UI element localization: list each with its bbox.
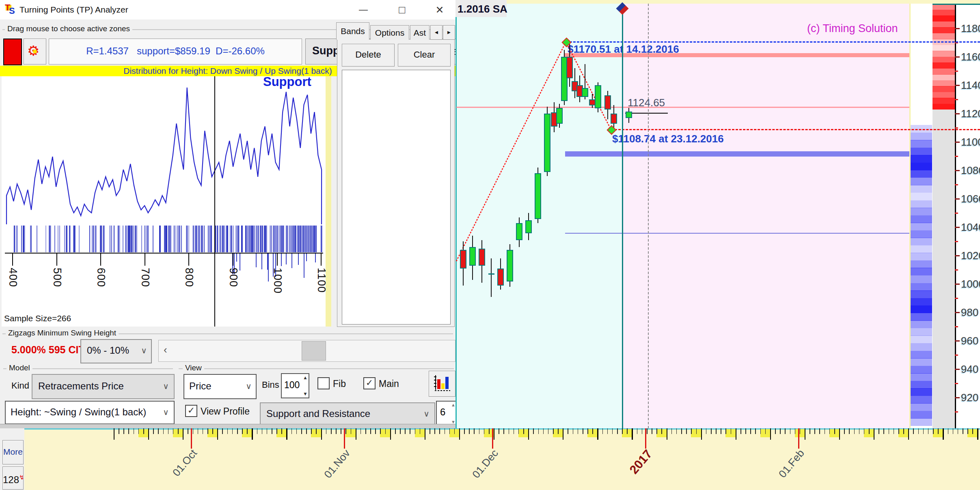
week-tick: [528, 428, 529, 440]
tab-scroll-right-icon[interactable]: ►: [443, 25, 455, 40]
histogram-style-button[interactable]: [429, 371, 455, 397]
day-tick: [207, 428, 208, 434]
day-tick: [316, 428, 317, 434]
day-tick: [267, 428, 268, 434]
cit-line: [75, 226, 76, 252]
bars-count-value: 128: [3, 474, 19, 485]
view-profile-checkbox[interactable]: ✓: [185, 405, 197, 417]
cit-line: [114, 226, 114, 252]
candle-body[interactable]: [525, 220, 532, 233]
price-chart-panel[interactable]: 1180116011401120110010801060104010201000…: [455, 0, 980, 428]
candle-body[interactable]: [479, 249, 485, 266]
candle-body[interactable]: [544, 114, 550, 172]
cit-line: [227, 226, 228, 252]
swing-range-dropdown[interactable]: 0% - 10% ∨: [80, 339, 152, 363]
gear-button[interactable]: ⚙: [24, 39, 46, 64]
view-mode-dropdown[interactable]: Price ∨: [183, 374, 257, 399]
fib-checkbox[interactable]: [317, 377, 330, 389]
day-tick: [923, 428, 924, 434]
spinner-up-icon[interactable]: ▲: [303, 375, 308, 380]
bands-listbox[interactable]: [342, 70, 451, 325]
day-tick: [883, 428, 884, 434]
candle-body[interactable]: [469, 247, 476, 266]
cursor-line[interactable]: [214, 76, 215, 327]
tab-ast[interactable]: Ast: [410, 25, 430, 40]
day-tick: [706, 428, 707, 434]
swing-scrollbar[interactable]: ‹: [158, 340, 455, 362]
scrollbar-left-arrow-icon[interactable]: ‹: [164, 344, 167, 356]
candle-body[interactable]: [626, 112, 632, 118]
candle-body[interactable]: [460, 250, 466, 269]
day-tick: [696, 428, 697, 434]
day-tick: [834, 428, 835, 434]
day-tick: [859, 428, 860, 434]
maximize-button[interactable]: □: [388, 0, 416, 19]
candle-body[interactable]: [556, 108, 563, 124]
spinner-down-icon[interactable]: ▼: [451, 419, 455, 424]
day-tick: [326, 428, 327, 434]
spinner-down-icon[interactable]: ▼: [303, 391, 308, 397]
day-tick: [543, 428, 544, 434]
candle-body[interactable]: [507, 250, 513, 282]
day-tick: [499, 428, 499, 434]
main-checkbox[interactable]: ✓: [363, 377, 376, 389]
x-tick-label: 500: [50, 268, 63, 312]
candle-body[interactable]: [604, 95, 611, 110]
day-tick: [345, 428, 346, 434]
day-tick: [854, 428, 855, 434]
cit-line: [96, 226, 97, 252]
kind-dropdown[interactable]: Retracements Price ∨: [32, 374, 175, 399]
check-icon: ✓: [188, 405, 195, 415]
day-tick: [864, 428, 865, 434]
cit-line: [119, 226, 120, 252]
flash-icon: ↯: [19, 474, 24, 481]
sr-dropdown[interactable]: Support and Resistance ∨: [260, 402, 435, 424]
cit-line-below: [240, 254, 240, 271]
histogram-panel[interactable]: 40050060070080090010001100 Support Sampl…: [2, 76, 331, 327]
bars-count-button[interactable]: 128↯: [2, 466, 24, 490]
tab-bands[interactable]: Bands: [336, 22, 369, 40]
close-button[interactable]: ✕: [425, 0, 454, 19]
week-tick: [805, 428, 805, 440]
bins-spinner[interactable]: 100 ▲ ▼: [281, 373, 309, 398]
clear-button[interactable]: Clear: [398, 44, 451, 67]
candle-body[interactable]: [595, 85, 601, 108]
day-tick: [612, 428, 613, 434]
cit-line: [181, 226, 182, 252]
minimize-button[interactable]: —: [349, 0, 378, 19]
window-title: Turning Points (TP) Analyzer: [19, 5, 128, 15]
day-tick: [533, 428, 534, 434]
tab-scroll-left-icon[interactable]: ◄: [430, 25, 443, 40]
x-tick-label: 800: [182, 268, 195, 312]
cit-line: [199, 226, 200, 252]
week-tick: [597, 428, 598, 440]
cit-line: [202, 226, 203, 252]
sr-count-spinner[interactable]: 6 ▲ ▼: [436, 401, 456, 424]
day-tick: [306, 428, 307, 434]
x-tick-label: 600: [94, 268, 107, 312]
candle-body[interactable]: [611, 114, 617, 124]
delete-button[interactable]: Delete: [342, 44, 395, 67]
day-tick: [380, 428, 381, 434]
title-bar[interactable]: T S Turning Points (TP) Analyzer — □ ✕: [0, 0, 455, 19]
current-date-line[interactable]: [622, 4, 623, 428]
day-tick: [558, 428, 559, 434]
scrollbar-thumb[interactable]: [302, 341, 326, 361]
candle-body[interactable]: [497, 269, 504, 286]
tab-options[interactable]: Options: [370, 25, 409, 40]
day-tick: [750, 428, 751, 434]
screen: T S Turning Points (TP) Analyzer — □ ✕ D…: [0, 0, 980, 490]
candle-body[interactable]: [535, 173, 541, 219]
timeline-panel[interactable]: 01.Oct01.Nov01.Dec201701.Feb: [24, 428, 980, 490]
day-tick: [276, 428, 277, 434]
day-tick: [716, 428, 717, 434]
height-dropdown[interactable]: Height: ~Swing / Swing(1 back) ∨: [5, 401, 175, 424]
candle-body[interactable]: [582, 88, 588, 97]
cit-line: [208, 226, 209, 252]
zone-color-button[interactable]: [3, 39, 22, 65]
day-tick: [819, 428, 820, 434]
candle-body[interactable]: [516, 223, 522, 241]
more-button[interactable]: More: [2, 440, 24, 464]
candle-body[interactable]: [566, 57, 573, 78]
spinner-up-icon[interactable]: ▲: [451, 402, 455, 407]
